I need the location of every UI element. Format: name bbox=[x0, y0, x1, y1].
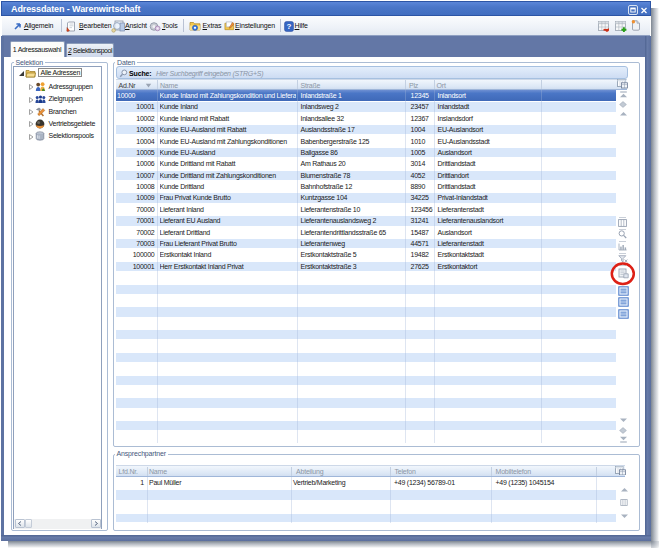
svg-text:?: ? bbox=[287, 22, 292, 31]
